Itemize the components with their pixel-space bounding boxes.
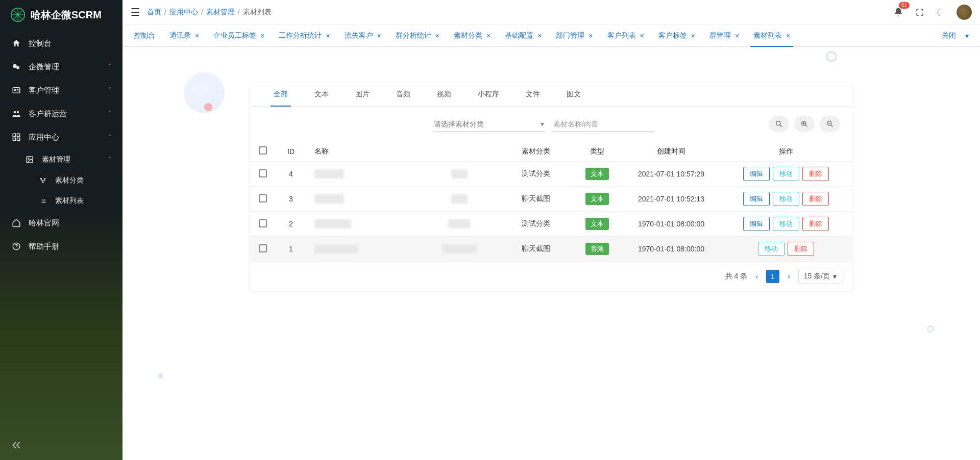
page-tab[interactable]: 群管理× bbox=[702, 24, 746, 47]
th-ops: 操作 bbox=[720, 141, 852, 162]
sidebar-item[interactable]: 企微管理˅ bbox=[0, 55, 122, 79]
search-input[interactable] bbox=[552, 117, 654, 132]
sidebar-item[interactable]: 客户群运营˅ bbox=[0, 102, 122, 125]
chevron-down-icon: ˅ bbox=[108, 63, 111, 70]
breadcrumb-link[interactable]: 应用中心 bbox=[169, 8, 198, 17]
brand-logo[interactable]: 哈林企微SCRM bbox=[0, 0, 122, 30]
row-action-button[interactable]: 删除 bbox=[788, 242, 814, 256]
close-icon[interactable]: × bbox=[326, 32, 330, 40]
material-type-tab[interactable]: 音频 bbox=[383, 83, 424, 106]
category-select-input[interactable] bbox=[433, 117, 545, 132]
row-action-button[interactable]: 编辑 bbox=[743, 167, 770, 181]
page-tab[interactable]: 控制台 bbox=[127, 24, 162, 47]
page-tab[interactable]: 通讯录× bbox=[162, 24, 206, 47]
material-table: ID 名称 素材分类 类型 创建时间 操作 4xx式测试分类文本2021-07-… bbox=[250, 141, 852, 262]
row-action-button[interactable]: 移动 bbox=[773, 217, 799, 231]
row-action-button[interactable]: 移动 bbox=[773, 167, 799, 181]
close-icon[interactable]: × bbox=[735, 32, 739, 40]
page-tab[interactable]: 部门管理× bbox=[549, 24, 600, 47]
tabs-close-all[interactable]: 关闭 bbox=[942, 31, 956, 40]
apps-icon bbox=[11, 132, 21, 142]
home-icon bbox=[11, 38, 21, 48]
pagination-total: 共 4 条 bbox=[725, 272, 748, 281]
cell-name: x 噫 bbox=[306, 212, 419, 237]
breadcrumb-link[interactable]: 素材管理 bbox=[206, 8, 235, 17]
row-checkbox[interactable] bbox=[259, 244, 267, 252]
tabs-dropdown-icon[interactable]: ▾ bbox=[965, 32, 969, 40]
close-icon[interactable]: × bbox=[640, 32, 644, 40]
sidebar-collapse-button[interactable] bbox=[11, 442, 21, 452]
sidebar-item[interactable]: 哈林官网 bbox=[0, 211, 122, 235]
search-button[interactable] bbox=[769, 116, 789, 132]
material-type-tab[interactable]: 文本 bbox=[301, 83, 342, 106]
sidebar-item[interactable]: 素材管理˄ bbox=[13, 149, 122, 170]
material-type-tab[interactable]: 文件 bbox=[512, 83, 553, 106]
category-select[interactable]: ▾ bbox=[433, 117, 545, 132]
pagination-page-1[interactable]: 1 bbox=[766, 270, 779, 283]
page-tab-label: 客户标签 bbox=[658, 31, 687, 40]
material-card: 全部文本图片音频视频小程序文件图文 ▾ bbox=[250, 83, 852, 291]
user-avatar[interactable] bbox=[957, 5, 972, 20]
page-tab[interactable]: 客户列表× bbox=[600, 24, 651, 47]
close-icon[interactable]: × bbox=[195, 32, 199, 40]
branch-icon bbox=[38, 175, 48, 186]
row-action-button[interactable]: 移动 bbox=[773, 192, 799, 206]
breadcrumb-link[interactable]: 首页 bbox=[147, 8, 161, 17]
pagination-next[interactable]: › bbox=[785, 270, 793, 283]
hamburger-icon[interactable]: ☰ bbox=[131, 6, 140, 18]
close-icon[interactable]: × bbox=[486, 32, 491, 40]
svg-point-1 bbox=[13, 64, 17, 68]
sidebar-item[interactable]: 控制台 bbox=[0, 32, 122, 55]
select-all-checkbox[interactable] bbox=[259, 146, 267, 155]
sidebar-nav: 控制台企微管理˅客户管理˅客户群运营˅应用中心˄素材管理˄素材分类素材列表哈林官… bbox=[0, 30, 122, 433]
row-action-button[interactable]: 删除 bbox=[802, 192, 829, 206]
material-type-tab[interactable]: 视频 bbox=[424, 83, 464, 106]
sidebar-item[interactable]: 客户管理˅ bbox=[0, 79, 122, 102]
sidebar-item-label: 应用中心 bbox=[29, 133, 108, 142]
page-tab-label: 素材分类 bbox=[454, 31, 482, 40]
material-type-tab[interactable]: 图文 bbox=[553, 83, 594, 106]
close-icon[interactable]: × bbox=[589, 32, 593, 40]
svg-point-6 bbox=[17, 111, 19, 114]
close-icon[interactable]: × bbox=[691, 32, 695, 40]
row-checkbox[interactable] bbox=[259, 194, 267, 202]
table-row: 2x 噫xx测试分类文本1970-01-01 08:00:00编辑移动删除 bbox=[250, 212, 852, 237]
row-action-button[interactable]: 编辑 bbox=[743, 217, 770, 231]
zoom-in-button[interactable] bbox=[794, 116, 815, 132]
fullscreen-button[interactable] bbox=[914, 6, 926, 18]
page-tab[interactable]: 基础配置× bbox=[498, 24, 549, 47]
material-type-tab[interactable]: 小程序 bbox=[464, 83, 512, 106]
material-type-tab[interactable]: 图片 bbox=[342, 83, 383, 106]
sidebar-item[interactable]: 应用中心˄ bbox=[0, 125, 122, 149]
row-action-button[interactable]: 编辑 bbox=[743, 192, 770, 206]
sidebar-item[interactable]: 帮助手册 bbox=[0, 235, 122, 258]
close-icon[interactable]: × bbox=[537, 32, 542, 40]
cell-created: 1970-01-01 08:00:00 bbox=[623, 212, 720, 237]
reset-button[interactable] bbox=[820, 116, 840, 132]
close-icon[interactable]: × bbox=[786, 32, 790, 40]
pagination-page-size[interactable]: 15 条/页 ▾ bbox=[798, 269, 842, 284]
row-action-button[interactable]: 删除 bbox=[802, 217, 829, 231]
page-tab[interactable]: 素材分类× bbox=[447, 24, 498, 47]
sidebar-item[interactable]: 素材列表 bbox=[27, 191, 122, 211]
page-tab[interactable]: 工作分析统计× bbox=[272, 24, 337, 47]
dark-mode-button[interactable] bbox=[935, 6, 947, 18]
close-icon[interactable]: × bbox=[377, 32, 381, 40]
page-tab[interactable]: 客户标签× bbox=[651, 24, 702, 47]
page-tab[interactable]: 素材列表× bbox=[746, 24, 797, 47]
close-icon[interactable]: × bbox=[260, 32, 264, 40]
notifications-button[interactable]: 61 bbox=[892, 6, 904, 18]
row-action-button[interactable]: 删除 bbox=[802, 167, 829, 181]
row-action-button[interactable]: 移动 bbox=[758, 242, 785, 256]
page-tab[interactable]: 企业员工标签× bbox=[206, 24, 272, 47]
page-tab[interactable]: 群分析统计× bbox=[388, 24, 447, 47]
row-checkbox[interactable] bbox=[259, 169, 267, 177]
sidebar-item[interactable]: 素材分类 bbox=[27, 170, 122, 191]
pagination-prev[interactable]: ‹ bbox=[752, 270, 761, 283]
close-icon[interactable]: × bbox=[435, 32, 439, 40]
svg-rect-9 bbox=[13, 138, 15, 141]
tabs-bar: 控制台通讯录×企业员工标签×工作分析统计×流失客户×群分析统计×素材分类×基础配… bbox=[122, 24, 980, 47]
row-checkbox[interactable] bbox=[259, 219, 267, 227]
material-type-tab[interactable]: 全部 bbox=[260, 83, 301, 106]
page-tab[interactable]: 流失客户× bbox=[337, 24, 388, 47]
